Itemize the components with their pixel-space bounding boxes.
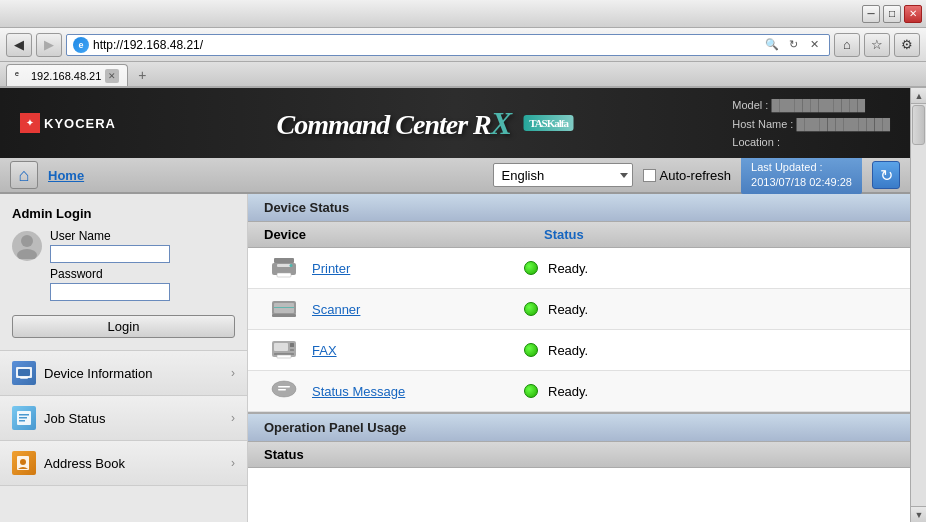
device-information-label: Device Information — [44, 366, 223, 381]
svg-rect-28 — [278, 389, 286, 391]
home-page-icon: ⌂ — [19, 165, 30, 186]
auto-refresh-label: Auto-refresh — [660, 168, 732, 183]
scrollbar[interactable]: ▲ ▼ — [910, 88, 926, 522]
language-value: English — [502, 168, 545, 183]
maximize-btn[interactable]: □ — [883, 5, 901, 23]
new-tab-button[interactable]: + — [130, 64, 154, 86]
status-message-device-icon — [269, 379, 299, 403]
sidebar-item-device-information[interactable]: Device Information › — [0, 351, 247, 396]
svg-point-15 — [290, 264, 293, 267]
sidebar: Admin Login User Name Password — [0, 194, 248, 522]
page-content: ✦ KYOCERA Command Center RX TASKalfa Mod… — [0, 88, 910, 522]
svg-rect-13 — [277, 264, 291, 267]
device-status-header: Device Status — [248, 194, 910, 222]
device-row-status-message: Status Message Ready. — [248, 371, 910, 412]
last-updated-label: Last Updated : — [751, 160, 852, 175]
username-input[interactable] — [50, 245, 170, 263]
command-center-title: Command Center RX TASKalfa — [277, 105, 574, 142]
svg-rect-4 — [20, 377, 28, 379]
scanner-device-icon — [269, 297, 299, 321]
scanner-status-dot — [524, 302, 538, 316]
refresh-address-icon[interactable]: ↻ — [784, 36, 802, 54]
col-device-header: Device — [264, 227, 544, 242]
password-label: Password — [50, 267, 235, 281]
login-button[interactable]: Login — [12, 315, 235, 338]
kyocera-text: KYOCERA — [44, 116, 116, 131]
device-info-arrow-icon: › — [231, 366, 235, 380]
printer-status-text: Ready. — [538, 261, 588, 276]
device-info-header: Model : ████████████ Host Name : ███████… — [732, 96, 890, 152]
svg-rect-8 — [19, 420, 25, 422]
job-status-arrow-icon: › — [231, 411, 235, 425]
svg-rect-18 — [274, 307, 294, 308]
svg-rect-23 — [290, 349, 294, 351]
svg-rect-22 — [290, 343, 294, 347]
forward-button[interactable]: ▶ — [36, 33, 62, 57]
device-row-printer: Printer Ready. — [248, 248, 910, 289]
back-icon: ◀ — [14, 37, 24, 52]
star-icon: ☆ — [871, 37, 883, 52]
fax-status-text: Ready. — [538, 343, 588, 358]
printer-name[interactable]: Printer — [304, 261, 524, 276]
avatar-icon — [12, 231, 42, 261]
browser-icon: e — [73, 37, 89, 53]
address-book-arrow-icon: › — [231, 456, 235, 470]
close-address-icon[interactable]: ✕ — [805, 36, 823, 54]
sidebar-menu: Device Information › — [0, 351, 247, 486]
forward-icon: ▶ — [44, 37, 54, 52]
scroll-thumb[interactable] — [912, 105, 925, 145]
svg-rect-6 — [19, 414, 29, 416]
search-icon[interactable]: 🔍 — [763, 36, 781, 54]
hostname-line: Host Name : ████████████ — [732, 115, 890, 134]
page-nav: ⌂ Home English Auto-refresh Last Updated… — [0, 158, 910, 194]
printer-status-dot — [524, 261, 538, 275]
auto-refresh-control: Auto-refresh — [643, 168, 732, 183]
svg-rect-7 — [19, 417, 27, 419]
back-button[interactable]: ◀ — [6, 33, 32, 57]
close-btn[interactable]: ✕ — [904, 5, 922, 23]
tab-192168[interactable]: e 192.168.48.21 ✕ — [6, 64, 128, 86]
favorites-button[interactable]: ☆ — [864, 33, 890, 57]
username-label: User Name — [50, 229, 235, 243]
admin-login-row: User Name Password — [12, 229, 235, 305]
browser-nav-bar: ◀ ▶ e 🔍 ↻ ✕ ⌂ ☆ ⚙ — [0, 28, 926, 62]
tab-bar: e 192.168.48.21 ✕ + — [0, 62, 926, 88]
tab-close-icon[interactable]: ✕ — [105, 69, 119, 83]
minimize-btn[interactable]: ─ — [862, 5, 880, 23]
sidebar-item-address-book[interactable]: Address Book › — [0, 441, 247, 486]
printer-icon-cell — [264, 256, 304, 280]
svg-rect-3 — [18, 369, 30, 376]
svg-rect-24 — [274, 353, 294, 355]
status-message-status-text: Ready. — [538, 384, 588, 399]
status-message-name[interactable]: Status Message — [304, 384, 524, 399]
scroll-down-button[interactable]: ▼ — [911, 506, 926, 522]
sidebar-item-job-status[interactable]: Job Status › — [0, 396, 247, 441]
device-row-scanner: Scanner Ready. — [248, 289, 910, 330]
kyocera-logo: ✦ KYOCERA — [20, 113, 116, 133]
svg-point-0 — [21, 235, 33, 247]
fax-name[interactable]: FAX — [304, 343, 524, 358]
home-page-button[interactable]: ⌂ — [10, 161, 38, 189]
scanner-status-text: Ready. — [538, 302, 588, 317]
location-line: Location : — [732, 133, 890, 152]
home-browser-icon: ⌂ — [843, 37, 851, 52]
scroll-up-button[interactable]: ▲ — [911, 88, 926, 104]
device-row-fax: FAX Ready. — [248, 330, 910, 371]
language-dropdown[interactable]: English — [493, 163, 633, 187]
page-header: ✦ KYOCERA Command Center RX TASKalfa Mod… — [0, 88, 910, 158]
refresh-page-button[interactable]: ↻ — [872, 161, 900, 189]
svg-rect-27 — [278, 386, 290, 388]
home-browser-button[interactable]: ⌂ — [834, 33, 860, 57]
settings-button[interactable]: ⚙ — [894, 33, 920, 57]
status-message-icon-cell — [264, 379, 304, 403]
address-input[interactable] — [93, 38, 763, 52]
auto-refresh-checkbox[interactable] — [643, 169, 656, 182]
password-input[interactable] — [50, 283, 170, 301]
job-status-label: Job Status — [44, 411, 223, 426]
scanner-name[interactable]: Scanner — [304, 302, 524, 317]
svg-rect-21 — [274, 343, 288, 351]
address-bar: e 🔍 ↻ ✕ — [66, 34, 830, 56]
title-text: Command Center RX — [277, 105, 512, 142]
fax-status-dot — [524, 343, 538, 357]
home-link[interactable]: Home — [48, 168, 84, 183]
